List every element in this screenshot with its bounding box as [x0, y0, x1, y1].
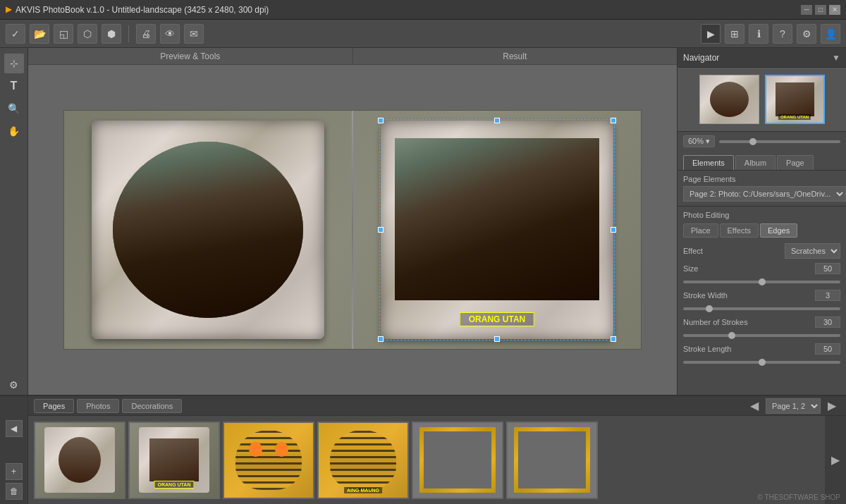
stroke-width-label-row: Stroke Width 3 [683, 290, 840, 301]
stroke-width-slider-row: Stroke Width 3 [683, 290, 840, 312]
photo-editing-title: Photo Editing [683, 211, 840, 219]
zoom-slider[interactable] [719, 140, 840, 143]
export-button[interactable]: ⬡ [78, 24, 97, 44]
preview-label: Preview & Tools [28, 51, 352, 61]
app-logo: ▶ [6, 5, 11, 14]
info-button[interactable]: ℹ [749, 24, 768, 44]
new-document-button[interactable]: ◱ [54, 24, 73, 44]
num-strokes-value[interactable]: 30 [815, 316, 840, 328]
play-button[interactable]: ▶ [701, 24, 721, 44]
add-page-button[interactable]: + [6, 463, 23, 480]
photo-frame-left[interactable] [64, 111, 352, 349]
bottom-content: ORANG UTAN [28, 416, 846, 504]
settings-button[interactable]: ⚙ [797, 24, 816, 44]
tab-album[interactable]: Album [735, 155, 776, 170]
stroke-width-slider[interactable] [683, 307, 840, 310]
thumb-item-3[interactable] [223, 422, 314, 499]
photo-caption[interactable]: ORANG UTAN [469, 314, 525, 324]
size-label: Size [683, 264, 698, 273]
effect-row: Effect Scratches [683, 243, 840, 259]
editing-tab-place[interactable]: Place [683, 223, 718, 238]
zoom-dropdown-button[interactable]: 60% ▾ [683, 135, 715, 147]
thumb-item-6[interactable] [506, 422, 598, 499]
bottom-tab-decorations[interactable]: Decorations [122, 399, 182, 413]
bottom-tab-pages[interactable]: Pages [34, 399, 74, 413]
zoom-row: 60% ▾ [678, 131, 846, 151]
photo-spread: ORANG UTAN [63, 110, 642, 350]
canvas-header: Preview & Tools Result [28, 48, 677, 65]
stroke-length-slider-row: Stroke Length 50 [683, 343, 840, 366]
navigator-header: Navigator ▼ [678, 48, 846, 68]
pan-tool[interactable]: ✋ [4, 121, 24, 141]
title-left: ▶ AKVIS PhotoBook v.1.0 - Untitled-lands… [6, 5, 269, 15]
share-button[interactable]: ✉ [184, 24, 204, 44]
close-button[interactable]: ✕ [829, 5, 840, 15]
stroke-length-value[interactable]: 50 [815, 343, 840, 355]
panel-tabs[interactable]: Elements Album Page [678, 151, 846, 171]
import-button[interactable]: ⬢ [102, 24, 121, 44]
titlebar: ▶ AKVIS PhotoBook v.1.0 - Untitled-lands… [0, 0, 846, 20]
select-tool[interactable]: ⊹ [4, 54, 24, 73]
bottom-nav-right[interactable]: ▶ [825, 416, 846, 504]
photo-editing-section: Photo Editing Place Effects Edges Effect… [678, 207, 846, 374]
open-button[interactable]: 📂 [30, 24, 49, 44]
bottom-tab-photos[interactable]: Photos [77, 399, 119, 413]
photo-frame-right[interactable]: ORANG UTAN [353, 111, 641, 349]
stroke-width-label: Stroke Width [683, 291, 728, 300]
tab-elements[interactable]: Elements [683, 155, 734, 170]
stroke-width-value[interactable]: 3 [815, 290, 840, 301]
text-tool[interactable]: T [4, 76, 24, 96]
canvas-content[interactable]: ORANG UTAN [28, 65, 677, 395]
navigator-dropdown-icon[interactable]: ▼ [832, 53, 840, 63]
bottom-panel: ◀ + 🗑 Pages Photos Decorations ◀ Page 1,… [0, 395, 846, 504]
page-nav-left[interactable]: ◀ [746, 398, 763, 414]
element-select[interactable]: Page 2: Photo: C:/Users/sars_/OneDriv... [683, 186, 846, 202]
main-layout: ⊹ T 🔍 ✋ ⚙ Preview & Tools Result [0, 48, 846, 395]
nav-thumb-right[interactable]: ORANG UTAN [765, 75, 825, 124]
save-button[interactable]: ✓ [6, 24, 25, 44]
layout-button[interactable]: ⊞ [725, 24, 744, 44]
element-row: Page 2: Photo: C:/Users/sars_/OneDriv...… [683, 186, 840, 202]
minimize-button[interactable]: ─ [801, 5, 812, 15]
thumb-item-2[interactable]: ORANG UTAN [128, 422, 220, 499]
thumb-strip: ORANG UTAN [28, 419, 825, 502]
nav-thumb-left[interactable] [699, 75, 759, 124]
print-button[interactable]: 🖨 [136, 24, 156, 44]
effect-label: Effect [683, 247, 703, 255]
page-nav-select[interactable]: Page 1, 2 [766, 398, 821, 414]
effect-select[interactable]: Scratches [785, 243, 840, 259]
window-controls[interactable]: ─ □ ✕ [801, 5, 840, 15]
size-slider[interactable] [683, 281, 840, 283]
account-button[interactable]: 👤 [821, 24, 840, 44]
num-strokes-slider[interactable] [683, 334, 840, 337]
size-label-row: Size 50 [683, 263, 840, 274]
preview-button[interactable]: 👁 [160, 24, 180, 44]
stroke-length-label-row: Stroke Length 50 [683, 343, 840, 355]
page-elements-section: Page Elements Page 2: Photo: C:/Users/sa… [678, 171, 846, 207]
size-slider-row: Size 50 [683, 263, 840, 285]
zoom-tool[interactable]: 🔍 [4, 99, 24, 118]
app-title: AKVIS PhotoBook v.1.0 - Untitled-landsca… [16, 5, 269, 15]
editing-tab-edges[interactable]: Edges [760, 223, 797, 238]
bottom-left-controls: ◀ + 🗑 [0, 396, 28, 504]
size-value[interactable]: 50 [815, 263, 840, 274]
page-elements-title: Page Elements [683, 175, 840, 183]
thumb-item-5[interactable] [412, 422, 503, 499]
maximize-button[interactable]: □ [815, 5, 826, 15]
stroke-length-label: Stroke Length [683, 345, 732, 353]
editing-tab-effects[interactable]: Effects [720, 223, 759, 238]
thumb-item-1[interactable] [34, 422, 125, 499]
navigator-thumbs: ORANG UTAN [678, 68, 846, 131]
help-button[interactable]: ? [773, 24, 792, 44]
result-label: Result [353, 51, 678, 61]
num-strokes-label: Number of Strokes [683, 318, 748, 326]
page-nav-right[interactable]: ▶ [823, 398, 840, 414]
settings-tool[interactable]: ⚙ [4, 375, 24, 395]
num-strokes-label-row: Number of Strokes 30 [683, 316, 840, 328]
bottom-tabs: Pages Photos Decorations ◀ Page 1, 2 ▶ [28, 396, 846, 416]
nav-left-button[interactable]: ◀ [6, 420, 23, 437]
delete-page-button[interactable]: 🗑 [6, 483, 23, 500]
thumb-item-4[interactable]: AING MAUNG [317, 422, 409, 499]
tab-page[interactable]: Page [777, 155, 814, 170]
stroke-length-slider[interactable] [683, 361, 840, 364]
